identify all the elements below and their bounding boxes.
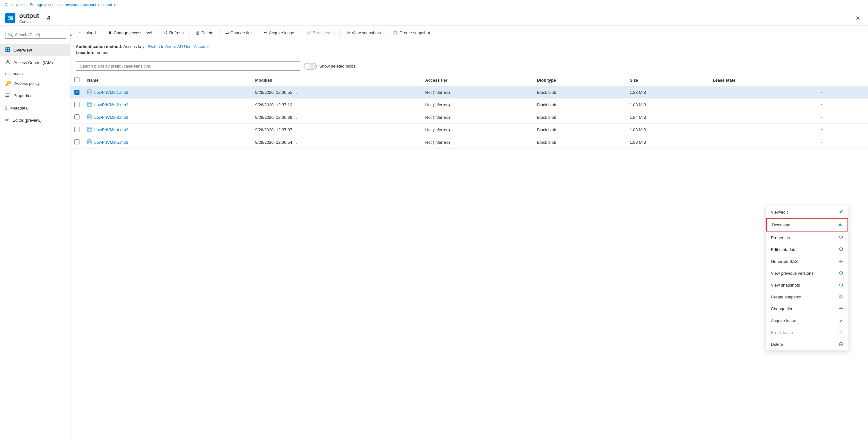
row-checkbox-cell[interactable]: [70, 111, 83, 124]
context-menu-item-view-edit[interactable]: View/edit: [766, 206, 848, 218]
context-menu-item-edit-metadata[interactable]: Edit metadata i: [766, 244, 848, 255]
row-file-link[interactable]: LowPriVMs-1.mp3: [94, 90, 128, 95]
row-checkbox-cell[interactable]: ✓: [70, 86, 83, 99]
sidebar-item-properties-label: Properties: [13, 93, 32, 98]
content-area: ↑ Upload Change access level ↺ Refresh: [70, 26, 868, 441]
file-icon: [87, 89, 92, 95]
name-column-header[interactable]: Name: [83, 75, 251, 86]
size-column-header[interactable]: Size: [626, 75, 709, 86]
breadcrumb-all-services[interactable]: All services: [5, 3, 25, 7]
upload-button[interactable]: ↑ Upload: [75, 29, 99, 37]
breadcrumb-mystorageaccount[interactable]: mystorageaccount: [65, 3, 96, 7]
sidebar-item-editor[interactable]: ✏ Editor (preview): [0, 114, 70, 126]
row-name: LowPriVMs-5.mp3: [83, 136, 251, 148]
refresh-button[interactable]: ↺ Refresh: [161, 29, 187, 37]
svg-rect-30: [88, 140, 91, 144]
search-input[interactable]: [15, 33, 63, 37]
row-checkbox-cell[interactable]: [70, 136, 83, 148]
row-ellipsis-button[interactable]: ···: [817, 139, 825, 146]
overview-icon: [5, 47, 10, 53]
row-checkbox[interactable]: ✓: [74, 90, 80, 95]
view-snapshots-icon: ⟳: [346, 30, 350, 35]
blob-type-column-header[interactable]: Blob type: [533, 75, 626, 86]
row-size: 1.83 MiB: [626, 124, 709, 136]
modified-column-header[interactable]: Modified: [251, 75, 422, 86]
sidebar-item-metadata[interactable]: ℹ Metadata: [0, 102, 70, 114]
context-menu-item-generate-sas[interactable]: Generate SAS: [766, 255, 848, 267]
change-access-icon: [108, 30, 112, 36]
create-snapshot-button[interactable]: 📋 Create snapshot: [390, 29, 433, 37]
access-policy-icon: 🔑: [5, 80, 11, 86]
access-tier-column-header[interactable]: Access tier: [422, 75, 533, 86]
acquire-lease-icon: [839, 318, 843, 323]
row-checkbox[interactable]: [74, 102, 80, 107]
table-row: LowPriVMs-3.mp3 9/28/2020, 12:36:39 ... …: [70, 111, 868, 124]
actions-column-header: [813, 75, 868, 86]
lease-state-column-header[interactable]: Lease state: [709, 75, 813, 86]
row-checkbox[interactable]: [74, 127, 80, 132]
row-file-link[interactable]: LowPriVMs-4.mp3: [94, 128, 128, 132]
row-lease-state: [709, 136, 813, 148]
change-access-level-button[interactable]: Change access level: [104, 28, 155, 37]
app-header: output Container 🖨 ✕: [0, 10, 868, 26]
download-label: Download: [772, 222, 790, 227]
row-ellipsis-button[interactable]: ···: [817, 101, 825, 108]
sidebar-item-access-policy[interactable]: 🔑 Access policy: [0, 77, 70, 89]
svg-rect-5: [6, 48, 7, 49]
view-previous-label: View previous versions: [771, 271, 813, 276]
row-checkbox[interactable]: [74, 114, 80, 119]
context-menu-item-view-previous[interactable]: View previous versions: [766, 267, 848, 279]
context-menu-item-properties[interactable]: Properties: [766, 232, 848, 244]
context-menu-item-create-snapshot[interactable]: Create snapshot: [766, 291, 848, 303]
row-size: 1.83 MiB: [626, 99, 709, 111]
svg-rect-43: [840, 296, 842, 298]
row-checkbox-cell[interactable]: [70, 124, 83, 136]
svg-rect-22: [88, 115, 91, 119]
blob-search-input[interactable]: [75, 62, 300, 71]
row-actions: ···: [813, 86, 868, 99]
close-button[interactable]: ✕: [853, 13, 863, 23]
delete-button[interactable]: 🗑 Delete: [192, 29, 217, 37]
change-tier-button[interactable]: ⇄ Change tier: [222, 29, 255, 37]
context-menu-item-change-tier[interactable]: Change tier: [766, 303, 848, 315]
sidebar-item-iam[interactable]: Access Control (IAM): [0, 56, 70, 69]
row-checkbox-cell[interactable]: [70, 99, 83, 111]
create-snapshot-label: Create snapshot: [771, 295, 801, 299]
context-menu-item-acquire-lease[interactable]: Acquire lease: [766, 315, 848, 326]
auth-link[interactable]: Switch to Azure AD User Account: [148, 44, 209, 49]
view-previous-icon: [839, 271, 843, 276]
sidebar-item-overview[interactable]: Overview: [0, 44, 70, 56]
acquire-lease-button[interactable]: ✒ Acquire lease: [260, 29, 298, 37]
create-snapshot-icon: [839, 294, 843, 300]
select-all-header[interactable]: [70, 75, 83, 86]
table-row: ✓ LowPriVMs-1.mp3 9/28/2020, 12:36:55 ..…: [70, 86, 868, 99]
breadcrumb-storage-accounts[interactable]: Storage accounts: [30, 3, 60, 7]
svg-point-9: [7, 60, 9, 62]
row-file-link[interactable]: LowPriVMs-3.mp3: [94, 115, 128, 120]
show-deleted-toggle[interactable]: [304, 63, 317, 69]
view-snapshots-button[interactable]: ⟳ View snapshots: [343, 29, 384, 37]
row-ellipsis-button[interactable]: ···: [817, 114, 825, 121]
context-menu-item-download[interactable]: Download: [766, 218, 848, 232]
context-menu-item-delete[interactable]: Delete: [766, 339, 848, 350]
sidebar-item-properties[interactable]: Properties: [0, 89, 70, 102]
svg-rect-6: [8, 48, 9, 49]
row-file-link[interactable]: LowPriVMs-2.mp3: [94, 102, 128, 107]
upload-icon: ↑: [79, 30, 81, 35]
context-menu-item-view-snapshots[interactable]: View snapshots: [766, 279, 848, 291]
table-row: LowPriVMs-5.mp3 9/28/2020, 12:36:54 ... …: [70, 136, 868, 148]
select-all-checkbox[interactable]: [74, 77, 80, 82]
view-edit-icon: [839, 209, 843, 215]
file-icon: [87, 102, 92, 108]
create-snapshot-icon: 📋: [393, 30, 398, 35]
breadcrumb-output[interactable]: output: [101, 3, 112, 7]
row-ellipsis-button[interactable]: ···: [817, 89, 825, 96]
print-button[interactable]: 🖨: [43, 13, 55, 23]
sidebar-item-overview-label: Overview: [13, 48, 32, 53]
break-lease-button[interactable]: 🔗 Break lease: [303, 29, 338, 37]
sidebar-search[interactable]: 🔍: [5, 31, 66, 39]
row-ellipsis-button[interactable]: ···: [817, 126, 825, 133]
row-checkbox[interactable]: [74, 139, 80, 144]
row-file-link[interactable]: LowPriVMs-5.mp3: [94, 140, 128, 145]
properties-label: Properties: [771, 235, 790, 240]
